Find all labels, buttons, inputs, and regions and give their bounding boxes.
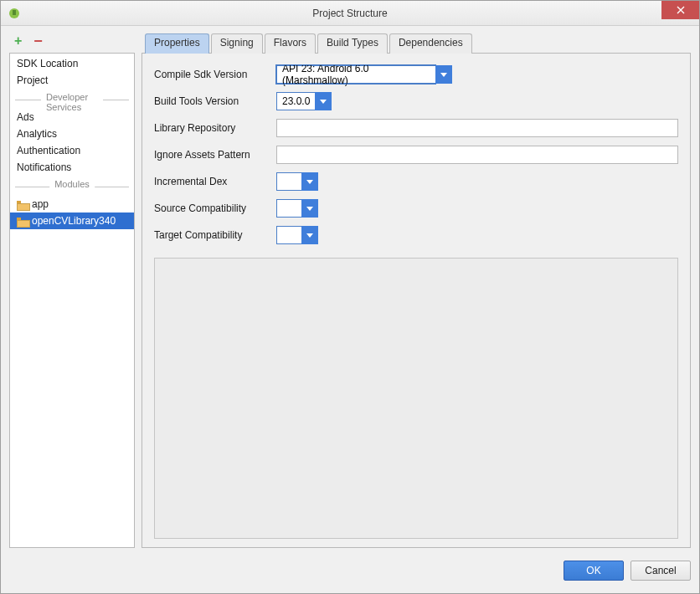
incremental-dex-combo[interactable]: [276, 172, 678, 191]
chevron-down-icon: [306, 233, 313, 238]
sidebar-module-opencvlibrary340[interactable]: openCVLibrary340: [10, 213, 134, 229]
sidebar-module-app[interactable]: app: [10, 196, 134, 213]
chevron-down-icon: [306, 207, 313, 211]
close-button[interactable]: [661, 1, 699, 19]
ignore-assets-input[interactable]: [276, 146, 678, 164]
tab-build-types[interactable]: Build Types: [317, 33, 388, 54]
tab-bar: Properties Signing Flavors Build Types D…: [142, 33, 691, 53]
right-pane: Properties Signing Flavors Build Types D…: [142, 33, 691, 548]
incremental-dex-label: Incremental Dex: [154, 176, 271, 187]
build-tools-label: Build Tools Version: [154, 95, 271, 107]
compile-sdk-label: Compile Sdk Version: [154, 69, 271, 80]
dialog-window: Project Structure + − SDK Location Proje…: [0, 0, 700, 594]
sidebar-section-developer-services: Developer Services: [10, 92, 134, 107]
cancel-button[interactable]: Cancel: [631, 561, 691, 581]
properties-form: Compile Sdk Version API 23: Android 6.0 …: [154, 65, 678, 244]
tab-properties[interactable]: Properties: [145, 33, 209, 54]
ignore-assets-label: Ignore Assets Pattern: [154, 149, 271, 161]
chevron-down-icon: [320, 100, 327, 104]
window-title: Project Structure: [1, 8, 699, 19]
dropdown-button[interactable]: [435, 65, 452, 84]
source-compat-value: [276, 199, 301, 218]
target-compat-combo[interactable]: [276, 226, 678, 244]
build-tools-value: 23.0.0: [276, 92, 315, 110]
properties-panel: Compile Sdk Version API 23: Android 6.0 …: [142, 53, 691, 548]
module-icon: [17, 201, 28, 209]
content-area: + − SDK Location Project Developer Servi…: [9, 33, 691, 548]
android-studio-icon: [6, 5, 23, 22]
titlebar: Project Structure: [1, 1, 699, 26]
library-repo-input[interactable]: [276, 119, 678, 137]
sidebar-item-analytics[interactable]: Analytics: [10, 125, 134, 142]
source-compat-combo[interactable]: [276, 199, 678, 218]
sidebar-item-project[interactable]: Project: [10, 72, 134, 89]
dropdown-button[interactable]: [301, 226, 318, 244]
svg-rect-1: [13, 10, 16, 15]
section-label: Developer Services: [41, 92, 103, 112]
library-repo-label: Library Repository: [154, 122, 271, 134]
sidebar-list: SDK Location Project Developer Services …: [9, 53, 135, 548]
source-compat-label: Source Compatibility: [154, 202, 271, 214]
tab-signing[interactable]: Signing: [211, 33, 263, 54]
compile-sdk-combo[interactable]: API 23: Android 6.0 (Marshmallow): [276, 65, 678, 84]
compile-sdk-value: API 23: Android 6.0 (Marshmallow): [276, 65, 435, 84]
module-label: openCVLibrary340: [32, 215, 116, 227]
module-icon: [17, 218, 28, 226]
build-tools-combo[interactable]: 23.0.0: [276, 92, 678, 110]
target-compat-value: [276, 226, 301, 244]
dialog-footer: OK Cancel: [9, 548, 691, 585]
sidebar-section-modules: Modules: [10, 179, 134, 194]
close-icon: [677, 6, 685, 14]
ok-button[interactable]: OK: [564, 561, 624, 581]
target-compat-label: Target Compatibility: [154, 229, 271, 241]
module-label: app: [32, 198, 49, 210]
dialog-body: + − SDK Location Project Developer Servi…: [1, 26, 699, 593]
sidebar-toolbar: + −: [9, 33, 135, 53]
sidebar-item-authentication[interactable]: Authentication: [10, 142, 134, 159]
chevron-down-icon: [440, 73, 447, 77]
add-button[interactable]: +: [14, 33, 22, 49]
section-label: Modules: [49, 179, 95, 189]
sidebar-item-notifications[interactable]: Notifications: [10, 159, 134, 176]
chevron-down-icon: [306, 180, 313, 184]
empty-area: [154, 258, 678, 539]
tab-flavors[interactable]: Flavors: [265, 33, 316, 54]
remove-button[interactable]: −: [33, 37, 43, 45]
dropdown-button[interactable]: [301, 199, 318, 218]
dropdown-button[interactable]: [315, 92, 332, 110]
sidebar-column: + − SDK Location Project Developer Servi…: [9, 33, 135, 548]
incremental-dex-value: [276, 172, 301, 191]
dropdown-button[interactable]: [301, 172, 318, 191]
sidebar-item-sdk-location[interactable]: SDK Location: [10, 55, 134, 72]
tab-dependencies[interactable]: Dependencies: [389, 33, 472, 54]
